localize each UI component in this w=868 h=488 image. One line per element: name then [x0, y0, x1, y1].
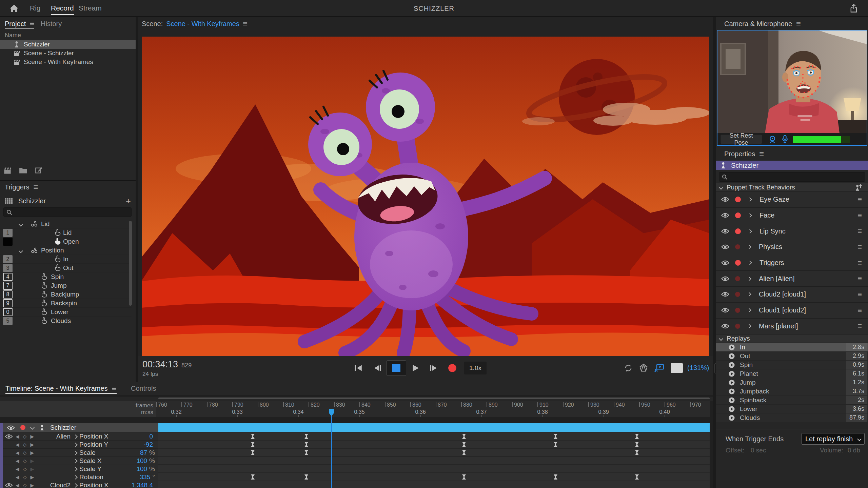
- trigger-row[interactable]: 4 Spin: [0, 272, 132, 281]
- replay-play-icon[interactable]: [728, 379, 735, 386]
- eye-icon[interactable]: [721, 276, 730, 282]
- folder-icon[interactable]: [19, 167, 27, 174]
- project-item[interactable]: Scene - Schizzler: [0, 49, 136, 58]
- chevron-right-icon[interactable]: [747, 245, 751, 249]
- replay-play-icon[interactable]: [728, 370, 735, 377]
- chevron-right-icon[interactable]: [73, 467, 78, 471]
- scene-panel-menu-icon[interactable]: ≡: [243, 20, 248, 28]
- offset-value[interactable]: 0 sec: [751, 447, 766, 454]
- eye-icon[interactable]: [5, 434, 13, 439]
- arm-for-record-dot[interactable]: [735, 292, 740, 297]
- keyframe-marker[interactable]: [304, 442, 309, 447]
- property-row[interactable]: ◀ ◇ ▶ Position Y -92: [3, 441, 158, 449]
- keyframe-marker[interactable]: [304, 433, 309, 439]
- new-item-icon[interactable]: [35, 167, 43, 174]
- track-header-row[interactable]: Schizzler: [3, 423, 158, 432]
- behavior-row[interactable]: Triggers ≡: [716, 255, 868, 271]
- chevron-right-icon[interactable]: [748, 197, 752, 202]
- keyframe-marker[interactable]: [462, 450, 466, 455]
- trigger-row[interactable]: 3 Out: [0, 264, 132, 272]
- play-button[interactable]: [408, 361, 423, 375]
- timecode[interactable]: 00:34:13829: [142, 359, 192, 370]
- prev-keyframe-button[interactable]: ◀: [16, 474, 19, 480]
- trigger-row[interactable]: Open: [0, 237, 132, 246]
- arm-for-record-dot[interactable]: [735, 212, 741, 218]
- next-keyframe-button[interactable]: ▶: [31, 458, 34, 464]
- keyframe-lane-row[interactable]: [158, 481, 710, 488]
- keyframe-lane-row[interactable]: [158, 441, 710, 449]
- keyframe-marker[interactable]: [553, 474, 558, 480]
- replays-section-header[interactable]: Replays: [716, 334, 868, 343]
- trigger-row[interactable]: 0 Lower: [0, 308, 132, 317]
- next-keyframe-button[interactable]: ▶: [31, 483, 34, 488]
- behavior-row[interactable]: Cloud1 [cloud2] ≡: [716, 303, 868, 319]
- eye-icon[interactable]: [721, 291, 730, 297]
- replay-row[interactable]: Jumpback 3.7s: [716, 387, 868, 396]
- property-row[interactable]: ◀ ◇ ▶ Cloud2 Position X 1,348.4: [3, 481, 158, 488]
- behavior-row[interactable]: Face ≡: [716, 208, 868, 224]
- properties-panel-menu-icon[interactable]: ≡: [759, 150, 764, 158]
- share-icon[interactable]: [849, 4, 859, 13]
- keyframe-marker[interactable]: [251, 433, 255, 439]
- behavior-menu-icon[interactable]: ≡: [857, 291, 862, 298]
- chevron-right-icon[interactable]: [748, 261, 752, 265]
- arm-for-record-dot[interactable]: [735, 228, 741, 234]
- property-row[interactable]: ◀ ◇ ▶ Rotation 335°: [3, 473, 158, 481]
- chevron-right-icon[interactable]: [747, 292, 751, 297]
- behavior-menu-icon[interactable]: ≡: [857, 307, 862, 314]
- keyframe-marker[interactable]: [635, 433, 639, 439]
- replay-row[interactable]: Jump 1.2s: [716, 378, 868, 387]
- trigger-row[interactable]: 5 Clouds: [0, 317, 132, 325]
- prev-keyframe-button[interactable]: ◀: [16, 466, 19, 472]
- chevron-down-icon[interactable]: [19, 249, 23, 253]
- new-scene-icon[interactable]: [3, 167, 12, 174]
- take-bar[interactable]: [158, 423, 710, 432]
- keyframe-lane-row[interactable]: [158, 465, 710, 473]
- behavior-menu-icon[interactable]: ≡: [857, 243, 862, 251]
- playhead-line[interactable]: [331, 409, 332, 488]
- trigger-row[interactable]: 9 Backspin: [0, 299, 132, 308]
- scene-name-link[interactable]: Scene - With Keyframes: [166, 20, 239, 28]
- replay-play-icon[interactable]: [728, 414, 735, 421]
- behavior-menu-icon[interactable]: ≡: [857, 322, 862, 330]
- chevron-right-icon[interactable]: [73, 483, 78, 488]
- triggers-search-input[interactable]: [15, 208, 129, 216]
- property-value[interactable]: 100%: [136, 465, 155, 473]
- replay-row[interactable]: Lower 3.6s: [716, 405, 868, 413]
- behavior-row[interactable]: Physics ≡: [716, 239, 868, 255]
- chevron-right-icon[interactable]: [73, 459, 78, 463]
- next-keyframe-button[interactable]: ▶: [31, 474, 34, 480]
- prev-keyframe-button[interactable]: ◀: [16, 458, 19, 464]
- property-value[interactable]: 100%: [136, 457, 155, 465]
- behavior-row[interactable]: Alien [Alien] ≡: [716, 271, 868, 287]
- behavior-menu-icon[interactable]: ≡: [857, 212, 862, 219]
- trigger-row[interactable]: Lid: [0, 220, 132, 228]
- chevron-down-icon[interactable]: [30, 425, 35, 430]
- property-value[interactable]: 1,348.4: [132, 481, 155, 488]
- property-row[interactable]: ◀ ◇ ▶ Scale X 100%: [3, 457, 158, 465]
- playback-speed-button[interactable]: 1.0x: [464, 362, 487, 374]
- chevron-right-icon[interactable]: [748, 229, 752, 233]
- behavior-menu-icon[interactable]: ≡: [857, 196, 862, 203]
- replay-play-icon[interactable]: [728, 344, 735, 351]
- scene-canvas[interactable]: [142, 37, 709, 356]
- eye-icon[interactable]: [721, 228, 730, 234]
- replay-row[interactable]: Clouds 87.9s: [716, 413, 868, 422]
- loop-icon[interactable]: [621, 361, 636, 375]
- keyframe-marker[interactable]: [251, 450, 255, 455]
- add-keyframe-button[interactable]: ◇: [23, 458, 27, 464]
- step-back-button[interactable]: [370, 361, 385, 375]
- keyframe-lane-row[interactable]: [158, 473, 710, 481]
- eye-icon[interactable]: [721, 212, 730, 218]
- replay-play-icon[interactable]: [728, 362, 735, 368]
- replay-row[interactable]: In 2.8s: [716, 343, 868, 352]
- trigger-row[interactable]: Position: [0, 246, 132, 255]
- timeline-panel-menu-icon[interactable]: ≡: [112, 384, 117, 392]
- add-keyframe-button[interactable]: ◇: [23, 466, 27, 472]
- chevron-right-icon[interactable]: [73, 434, 78, 439]
- eye-icon[interactable]: [721, 244, 730, 250]
- behavior-row[interactable]: Cloud2 [cloud1] ≡: [716, 287, 868, 303]
- snapshot-button[interactable]: [671, 363, 683, 373]
- mesh-icon[interactable]: [636, 361, 651, 375]
- prev-keyframe-button[interactable]: ◀: [16, 450, 19, 455]
